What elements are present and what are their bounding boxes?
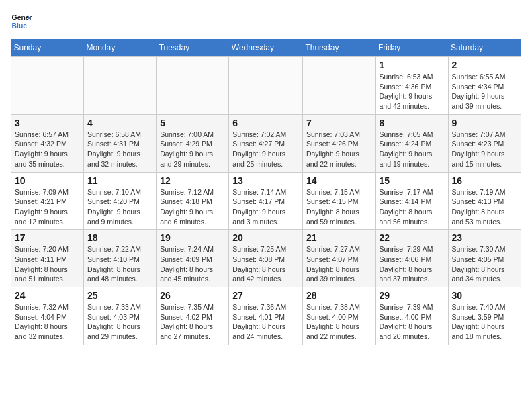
day-number: 13 bbox=[232, 175, 299, 186]
day-info: Sunrise: 6:55 AM Sunset: 4:34 PM Dayligh… bbox=[452, 72, 517, 111]
calendar-cell: 4Sunrise: 6:58 AM Sunset: 4:31 PM Daylig… bbox=[84, 114, 157, 172]
day-number: 3 bbox=[15, 118, 80, 128]
day-info: Sunrise: 7:27 AM Sunset: 4:07 PM Dayligh… bbox=[306, 244, 372, 284]
calendar-cell: 13Sunrise: 7:14 AM Sunset: 4:17 PM Dayli… bbox=[229, 172, 303, 230]
day-info: Sunrise: 7:19 AM Sunset: 4:13 PM Dayligh… bbox=[452, 187, 517, 227]
day-number: 27 bbox=[232, 290, 299, 301]
day-number: 28 bbox=[306, 290, 372, 301]
day-number: 5 bbox=[160, 118, 225, 128]
day-info: Sunrise: 7:38 AM Sunset: 4:00 PM Dayligh… bbox=[306, 302, 372, 342]
day-info: Sunrise: 7:35 AM Sunset: 4:02 PM Dayligh… bbox=[160, 302, 225, 342]
dow-header-friday: Friday bbox=[375, 39, 448, 57]
calendar-cell: 8Sunrise: 7:05 AM Sunset: 4:24 PM Daylig… bbox=[375, 114, 448, 172]
day-number: 30 bbox=[452, 290, 517, 301]
day-info: Sunrise: 7:24 AM Sunset: 4:09 PM Dayligh… bbox=[160, 244, 225, 284]
day-number: 26 bbox=[160, 290, 225, 301]
calendar-cell: 2Sunrise: 6:55 AM Sunset: 4:34 PM Daylig… bbox=[448, 57, 521, 115]
day-number: 16 bbox=[452, 175, 517, 186]
calendar-cell: 21Sunrise: 7:27 AM Sunset: 4:07 PM Dayli… bbox=[302, 230, 375, 287]
calendar-cell: 7Sunrise: 7:03 AM Sunset: 4:26 PM Daylig… bbox=[302, 114, 375, 172]
day-info: Sunrise: 7:03 AM Sunset: 4:26 PM Dayligh… bbox=[306, 130, 372, 169]
calendar-cell: 27Sunrise: 7:36 AM Sunset: 4:01 PM Dayli… bbox=[229, 287, 303, 345]
dow-header-thursday: Thursday bbox=[302, 39, 375, 57]
week-row-5: 24Sunrise: 7:32 AM Sunset: 4:04 PM Dayli… bbox=[11, 287, 521, 345]
calendar-cell: 23Sunrise: 7:30 AM Sunset: 4:05 PM Dayli… bbox=[448, 230, 521, 287]
calendar-cell bbox=[229, 57, 303, 115]
calendar-cell: 24Sunrise: 7:32 AM Sunset: 4:04 PM Dayli… bbox=[11, 287, 84, 345]
day-number: 19 bbox=[160, 232, 225, 243]
day-number: 1 bbox=[380, 60, 445, 71]
day-info: Sunrise: 7:32 AM Sunset: 4:04 PM Dayligh… bbox=[15, 302, 80, 342]
day-number: 8 bbox=[380, 118, 445, 128]
calendar-cell bbox=[302, 57, 375, 115]
day-info: Sunrise: 7:17 AM Sunset: 4:14 PM Dayligh… bbox=[380, 187, 445, 227]
calendar-table: SundayMondayTuesdayWednesdayThursdayFrid… bbox=[11, 39, 521, 345]
dow-header-sunday: Sunday bbox=[11, 39, 84, 57]
day-number: 12 bbox=[160, 175, 225, 186]
calendar-cell: 30Sunrise: 7:40 AM Sunset: 3:59 PM Dayli… bbox=[448, 287, 521, 345]
calendar-cell bbox=[157, 57, 229, 115]
week-row-3: 10Sunrise: 7:09 AM Sunset: 4:21 PM Dayli… bbox=[11, 172, 521, 230]
logo-icon: General Blue bbox=[11, 11, 32, 32]
calendar-cell: 9Sunrise: 7:07 AM Sunset: 4:23 PM Daylig… bbox=[448, 114, 521, 172]
calendar-cell: 5Sunrise: 7:00 AM Sunset: 4:29 PM Daylig… bbox=[157, 114, 229, 172]
day-number: 25 bbox=[87, 290, 152, 301]
day-info: Sunrise: 7:36 AM Sunset: 4:01 PM Dayligh… bbox=[232, 302, 299, 342]
calendar-cell: 29Sunrise: 7:39 AM Sunset: 4:00 PM Dayli… bbox=[375, 287, 448, 345]
calendar-cell: 10Sunrise: 7:09 AM Sunset: 4:21 PM Dayli… bbox=[11, 172, 84, 230]
calendar-cell bbox=[11, 57, 84, 115]
day-number: 23 bbox=[452, 232, 517, 243]
day-info: Sunrise: 6:53 AM Sunset: 4:36 PM Dayligh… bbox=[380, 72, 445, 111]
day-info: Sunrise: 7:33 AM Sunset: 4:03 PM Dayligh… bbox=[87, 302, 152, 342]
day-info: Sunrise: 7:25 AM Sunset: 4:08 PM Dayligh… bbox=[232, 244, 299, 284]
day-info: Sunrise: 7:39 AM Sunset: 4:00 PM Dayligh… bbox=[380, 302, 445, 342]
week-row-2: 3Sunrise: 6:57 AM Sunset: 4:32 PM Daylig… bbox=[11, 114, 521, 172]
calendar-cell: 11Sunrise: 7:10 AM Sunset: 4:20 PM Dayli… bbox=[84, 172, 157, 230]
day-info: Sunrise: 7:20 AM Sunset: 4:11 PM Dayligh… bbox=[15, 244, 80, 284]
calendar-cell: 1Sunrise: 6:53 AM Sunset: 4:36 PM Daylig… bbox=[375, 57, 448, 115]
day-number: 24 bbox=[15, 290, 80, 301]
day-info: Sunrise: 7:05 AM Sunset: 4:24 PM Dayligh… bbox=[380, 130, 445, 169]
day-number: 4 bbox=[87, 118, 152, 128]
day-number: 9 bbox=[452, 118, 517, 128]
day-info: Sunrise: 7:30 AM Sunset: 4:05 PM Dayligh… bbox=[452, 244, 517, 284]
day-info: Sunrise: 7:02 AM Sunset: 4:27 PM Dayligh… bbox=[232, 130, 299, 169]
day-info: Sunrise: 7:10 AM Sunset: 4:20 PM Dayligh… bbox=[87, 187, 152, 227]
day-info: Sunrise: 6:57 AM Sunset: 4:32 PM Dayligh… bbox=[15, 130, 80, 169]
day-number: 6 bbox=[232, 118, 299, 128]
calendar-cell: 25Sunrise: 7:33 AM Sunset: 4:03 PM Dayli… bbox=[84, 287, 157, 345]
calendar-cell: 3Sunrise: 6:57 AM Sunset: 4:32 PM Daylig… bbox=[11, 114, 84, 172]
day-number: 7 bbox=[306, 118, 372, 128]
week-row-1: 1Sunrise: 6:53 AM Sunset: 4:36 PM Daylig… bbox=[11, 57, 521, 115]
day-number: 21 bbox=[306, 232, 372, 243]
day-number: 29 bbox=[380, 290, 445, 301]
dow-header-saturday: Saturday bbox=[448, 39, 521, 57]
day-info: Sunrise: 7:12 AM Sunset: 4:18 PM Dayligh… bbox=[160, 187, 225, 227]
day-number: 10 bbox=[15, 175, 80, 186]
week-row-4: 17Sunrise: 7:20 AM Sunset: 4:11 PM Dayli… bbox=[11, 230, 521, 287]
dow-header-wednesday: Wednesday bbox=[229, 39, 303, 57]
logo: General Blue bbox=[11, 11, 32, 32]
day-number: 2 bbox=[452, 60, 517, 71]
day-info: Sunrise: 7:22 AM Sunset: 4:10 PM Dayligh… bbox=[87, 244, 152, 284]
day-info: Sunrise: 6:58 AM Sunset: 4:31 PM Dayligh… bbox=[87, 130, 152, 169]
day-number: 18 bbox=[87, 232, 152, 243]
day-info: Sunrise: 7:00 AM Sunset: 4:29 PM Dayligh… bbox=[160, 130, 225, 169]
day-info: Sunrise: 7:29 AM Sunset: 4:06 PM Dayligh… bbox=[380, 244, 445, 284]
calendar-cell: 26Sunrise: 7:35 AM Sunset: 4:02 PM Dayli… bbox=[157, 287, 229, 345]
day-number: 15 bbox=[380, 175, 445, 186]
dow-header-monday: Monday bbox=[84, 39, 157, 57]
calendar-cell: 16Sunrise: 7:19 AM Sunset: 4:13 PM Dayli… bbox=[448, 172, 521, 230]
header: General Blue bbox=[11, 11, 521, 32]
day-number: 17 bbox=[15, 232, 80, 243]
calendar-cell: 15Sunrise: 7:17 AM Sunset: 4:14 PM Dayli… bbox=[375, 172, 448, 230]
calendar-cell bbox=[84, 57, 157, 115]
day-info: Sunrise: 7:14 AM Sunset: 4:17 PM Dayligh… bbox=[232, 187, 299, 227]
calendar-cell: 12Sunrise: 7:12 AM Sunset: 4:18 PM Dayli… bbox=[157, 172, 229, 230]
day-info: Sunrise: 7:40 AM Sunset: 3:59 PM Dayligh… bbox=[452, 302, 517, 342]
day-info: Sunrise: 7:07 AM Sunset: 4:23 PM Dayligh… bbox=[452, 130, 517, 169]
calendar-cell: 17Sunrise: 7:20 AM Sunset: 4:11 PM Dayli… bbox=[11, 230, 84, 287]
dow-header-tuesday: Tuesday bbox=[157, 39, 229, 57]
calendar-cell: 14Sunrise: 7:15 AM Sunset: 4:15 PM Dayli… bbox=[302, 172, 375, 230]
day-number: 11 bbox=[87, 175, 152, 186]
